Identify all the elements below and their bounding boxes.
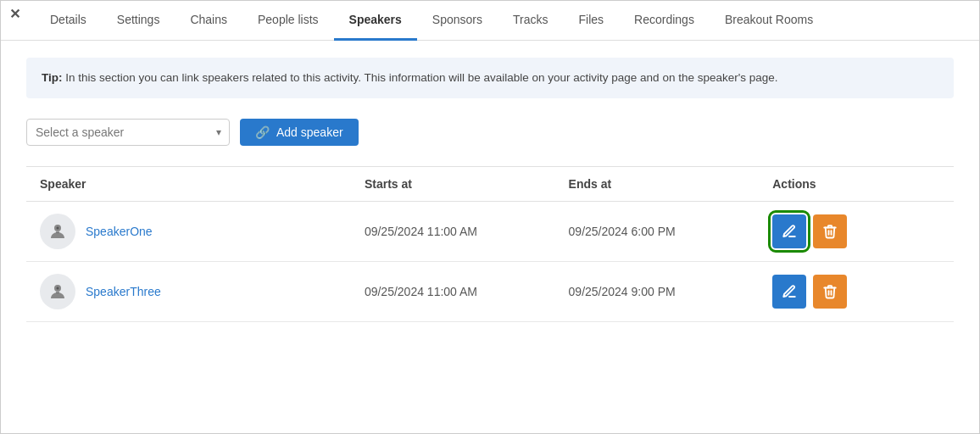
speaker-select[interactable]: Select a speaker [26, 119, 230, 146]
tab-chains[interactable]: Chains [175, 1, 242, 41]
speaker-select-wrapper: Select a speaker [26, 119, 230, 146]
add-speaker-label: Add speaker [276, 125, 343, 139]
tab-recordings[interactable]: Recordings [619, 1, 710, 41]
edit-button-0[interactable] [772, 214, 806, 248]
speakers-table: Speaker Starts at Ends at Actions [26, 166, 954, 322]
table-body: SpeakerOne 09/25/2024 11:00 AM09/25/2024… [26, 202, 954, 322]
svg-point-7 [784, 296, 786, 298]
actions-cell-1 [759, 262, 954, 322]
tab-breakout-rooms[interactable]: Breakout Rooms [710, 1, 828, 41]
add-speaker-icon: 🔗 [255, 125, 270, 139]
tab-tracks[interactable]: Tracks [498, 1, 563, 41]
tab-speakers[interactable]: Speakers [334, 1, 417, 41]
table-row: SpeakerThree 09/25/2024 11:00 AM09/25/20… [26, 262, 954, 322]
ends-at-1: 09/25/2024 9:00 PM [555, 262, 760, 322]
delete-button-0[interactable] [813, 214, 847, 248]
tab-settings[interactable]: Settings [102, 1, 175, 41]
tab-people-lists[interactable]: People lists [242, 1, 334, 41]
svg-point-3 [784, 236, 786, 237]
speaker-name-0[interactable]: SpeakerOne [86, 225, 153, 238]
col-header-starts: Starts at [351, 167, 555, 202]
actions-cell-0 [759, 202, 954, 262]
speaker-name-1[interactable]: SpeakerThree [86, 285, 161, 298]
speaker-cell-1: SpeakerThree [26, 262, 351, 322]
tip-text: In this section you can link speakers re… [65, 71, 777, 84]
ends-at-0: 09/25/2024 6:00 PM [555, 202, 760, 262]
add-speaker-button[interactable]: 🔗 Add speaker [240, 119, 359, 146]
tab-sponsors[interactable]: Sponsors [417, 1, 498, 41]
starts-at-0: 09/25/2024 11:00 AM [351, 202, 555, 262]
tip-prefix: Tip: [42, 71, 63, 84]
add-speaker-row: Select a speaker 🔗 Add speaker [26, 119, 954, 146]
edit-button-1[interactable] [772, 275, 806, 309]
content-area: Tip: In this section you can link speake… [1, 41, 979, 339]
starts-at-1: 09/25/2024 11:00 AM [351, 262, 555, 322]
speaker-avatar-0 [40, 214, 75, 249]
col-header-ends: Ends at [555, 167, 760, 202]
tip-box: Tip: In this section you can link speake… [26, 58, 954, 98]
svg-point-1 [57, 227, 59, 230]
speaker-cell-0: SpeakerOne [26, 202, 351, 262]
close-button[interactable]: ✕ [9, 6, 20, 22]
tab-details[interactable]: Details [35, 1, 102, 41]
nav-tabs: DetailsSettingsChainsPeople listsSpeaker… [1, 1, 979, 41]
delete-button-1[interactable] [813, 275, 847, 309]
svg-point-5 [57, 287, 59, 290]
speaker-avatar-1 [40, 274, 75, 309]
table-row: SpeakerOne 09/25/2024 11:00 AM09/25/2024… [26, 202, 954, 262]
col-header-actions: Actions [759, 167, 954, 202]
col-header-speaker: Speaker [26, 167, 351, 202]
table-header: Speaker Starts at Ends at Actions [26, 167, 954, 202]
main-window: ✕ DetailsSettingsChainsPeople listsSpeak… [0, 0, 980, 434]
tab-files[interactable]: Files [564, 1, 620, 41]
